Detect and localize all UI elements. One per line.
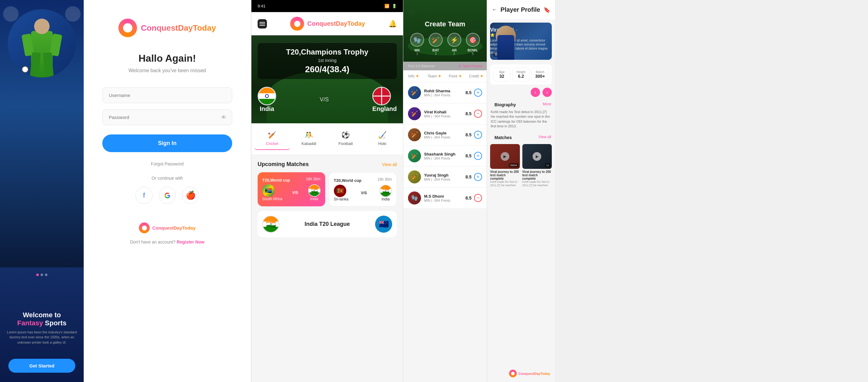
pagination-dots	[0, 274, 84, 276]
forgot-password-link[interactable]: Forgot Password	[151, 161, 184, 166]
header-logo: ConquestDayToday	[290, 17, 365, 31]
password-input[interactable]	[102, 109, 232, 125]
match-title-1: Virat journey to 200 test match complete	[490, 170, 520, 180]
matches-view-all[interactable]: View all	[538, 135, 551, 139]
dot-3	[45, 274, 48, 276]
rohit-add-btn[interactable]: +	[474, 89, 482, 97]
tab-football[interactable]: ⚽ Football	[328, 128, 363, 150]
tab-info[interactable]: Info ▼	[403, 70, 424, 82]
team1-name: India	[258, 105, 276, 113]
bio-more-link[interactable]: More	[543, 102, 551, 106]
logo-icon	[118, 19, 137, 37]
username-input[interactable]	[102, 87, 232, 103]
dhoni-stats: MIN | -364 Points	[424, 199, 466, 202]
point-arrow: ▼	[459, 74, 462, 78]
player-profile-header: ← Player Profile 🔖	[487, 0, 555, 20]
league-name: India T20 League	[279, 221, 375, 227]
bookmark-icon[interactable]: 🔖	[544, 6, 550, 13]
footer-logo-icon	[509, 370, 517, 377]
register-link[interactable]: Register Now	[177, 240, 204, 245]
gayle-avatar: 🏏	[408, 128, 421, 141]
match-card-srilanka[interactable]: T20,World cup 18h 30m 🇱🇰 Sri-lanka V/S 🇮…	[329, 172, 397, 206]
sports-tabs: 🏏 Cricket 🤼 Kabaddi ⚽ Football 🏑 Hoki	[251, 123, 403, 155]
cricket-icon: 🏏	[256, 131, 288, 139]
team-preview-btn[interactable]: 👁 Team Preview	[458, 64, 482, 68]
shashank-add-btn[interactable]: +	[474, 152, 482, 160]
wk-icon: 🧤	[410, 33, 424, 47]
dot-1	[36, 274, 39, 276]
screen-login: ConquestDayToday Hallo Again! Welcome ba…	[84, 0, 251, 382]
tab-point[interactable]: Point ▼	[445, 70, 466, 82]
player-row: 🏏 Shashank Singh MIN | -364 Points 8.5 +	[403, 146, 487, 166]
rohit-name: Rohit Sharma	[424, 89, 466, 93]
next-arrow-btn[interactable]: ›	[542, 88, 552, 97]
apple-login-button[interactable]: 🍎	[182, 187, 199, 204]
team2-name: England	[372, 105, 397, 113]
team1-label-1: South Africa	[262, 197, 282, 201]
prev-arrow-btn[interactable]: ‹	[531, 88, 540, 97]
shashank-score: 8.5	[466, 153, 471, 158]
tab-hoki[interactable]: 🏑 Hoki	[365, 128, 400, 150]
google-login-button[interactable]	[159, 187, 176, 204]
wk-label: WK	[410, 48, 424, 52]
view-all-link[interactable]: View all	[382, 162, 397, 167]
bell-icon[interactable]: 🔔	[389, 20, 397, 28]
player-row: 🏏 Yuvraj Singh MIN | -364 Points 8.5 +	[403, 167, 487, 187]
time-1: 18h 30m	[306, 177, 320, 181]
virat-remove-btn[interactable]: −	[474, 110, 482, 118]
username-group	[102, 87, 232, 103]
yuvraj-add-btn[interactable]: +	[474, 173, 482, 181]
small-logo-text: ConquestDayToday	[152, 225, 196, 230]
player-row: 🧤 M.S Dhoni MIN | -364 Points 8.5 −	[403, 188, 487, 208]
match-thumb-1: ▶ INDIA Virat journey to 200 test match …	[490, 144, 520, 187]
tab-team[interactable]: Team ▼	[424, 70, 445, 82]
footer-logo-text: ConquestDayToday	[519, 372, 550, 376]
nav-arrows: ‹ ›	[487, 86, 555, 98]
matches-section: ▶ INDIA Virat journey to 200 test match …	[487, 142, 555, 189]
team2-label-2: India	[379, 197, 392, 201]
srilanka-flag: 🇱🇰	[334, 185, 346, 197]
signin-button[interactable]: Sign In	[102, 134, 232, 152]
tab-credit[interactable]: Credit ▼	[466, 70, 487, 82]
create-team-header: ConquestDayToday Create Team 🧤 WK 1 🏏 BA…	[403, 0, 487, 62]
player-card: Virat kohli ✓ ⭐ 5.0 forward Lorem ipsum …	[490, 23, 552, 60]
india-flag	[258, 87, 276, 105]
bowl-icon: 🎯	[466, 33, 480, 47]
create-team-title: Create Team	[408, 20, 482, 28]
stat-match: Match 300+	[531, 67, 549, 82]
match-thumb-2: ▶ 11 Virat journey to 200 test match com…	[522, 144, 552, 187]
login-title: Hallo Again!	[138, 53, 196, 64]
bowl-label: BOWL	[466, 48, 480, 52]
rohit-stats: MIN | -364 Points	[424, 93, 466, 97]
match-card-southafrica[interactable]: T20,World cup 18h 30m 🇿🇦 South Africa V/…	[258, 172, 325, 206]
match-banner: T20,Champions Trophy 1st inning 260/4(38…	[251, 35, 403, 123]
team1-label-2: Sri-lanka	[334, 197, 348, 201]
get-started-button[interactable]: Get Started	[8, 359, 75, 373]
player-stats-row: Age 32 Height 6.2 Match 300+	[490, 64, 552, 85]
dhoni-remove-btn[interactable]: −	[474, 194, 482, 202]
wk-count: 1	[410, 52, 424, 56]
status-bar: 9:41 📶 🔋	[251, 0, 403, 12]
rohit-info: Rohit Sharma MIN | -364 Points	[424, 89, 466, 97]
pos-bat: 🏏 BAT 3	[429, 33, 443, 56]
football-label: Football	[339, 141, 353, 146]
or-continue-text: Or continue with	[152, 176, 183, 181]
welcome-desc: Lorem ipsum has been the industry's stan…	[6, 330, 78, 345]
player-list: 🏏 Rohit Sharma MIN | -364 Points 8.5 + 🏏…	[403, 83, 487, 382]
password-toggle-icon[interactable]: 👁	[221, 114, 227, 121]
gayle-add-btn[interactable]: +	[474, 131, 482, 139]
pick-text: Pick 3-5 Batsman	[408, 64, 435, 68]
menu-icon[interactable]	[258, 19, 267, 29]
yuvraj-avatar: 🏏	[408, 170, 421, 183]
yuvraj-info: Yuvraj Singh MIN | -364 Points	[424, 173, 466, 181]
tab-cricket[interactable]: 🏏 Cricket	[254, 128, 290, 150]
match-desc-1: Kohli made his Test in 2011.[7] He reach…	[490, 180, 520, 187]
back-button[interactable]: ←	[492, 6, 497, 13]
vs-text: V/S	[320, 96, 329, 103]
dhoni-score: 8.5	[466, 195, 471, 200]
league-card[interactable]: 🇮🇳 India T20 League 🇳🇿	[258, 211, 397, 237]
facebook-login-button[interactable]: f	[135, 187, 153, 204]
screen-player-profile: ← Player Profile 🔖 Virat kohli ✓ ⭐ 5.0 f…	[487, 0, 555, 382]
tab-kabaddi[interactable]: 🤼 Kabaddi	[291, 128, 327, 150]
dot-2	[41, 274, 43, 276]
